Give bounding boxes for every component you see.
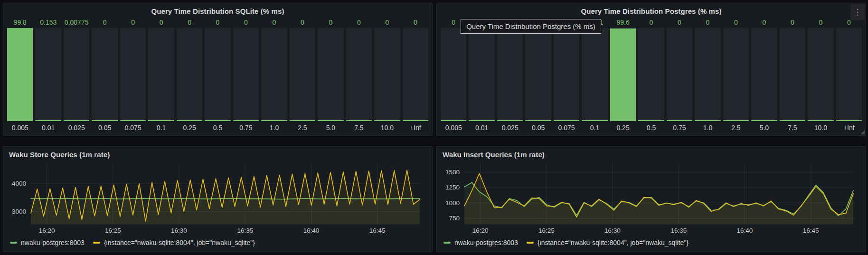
histogram-bar[interactable] [318, 28, 343, 121]
x-tick-label: 16:45 [803, 227, 819, 234]
legend-series-label: nwaku-postgres:8003 [454, 239, 518, 246]
histogram-bar-fill [780, 120, 805, 121]
x-tick-label: 16:35 [670, 227, 687, 234]
bar-value-label: 0 [638, 18, 664, 27]
histogram-bar[interactable] [695, 28, 720, 121]
bar-x-label: 0.05 [525, 121, 551, 132]
panel-query-time-sqlite: Query Time Distribution SQLite (% ms) 99… [3, 3, 433, 136]
histogram-bar[interactable] [554, 28, 579, 121]
legend-item[interactable]: nwaku-postgres:8003 [443, 239, 518, 246]
histogram-bar[interactable] [836, 28, 862, 121]
legend-item[interactable]: {instance="nwaku-sqlite:8004", job="nwak… [527, 239, 689, 246]
bar-x-label: 10.0 [374, 121, 400, 132]
bar-x-label: +Inf [836, 121, 862, 132]
bar-value-label: 0 [120, 18, 146, 27]
legend-series-swatch-icon [93, 242, 100, 244]
panel-resize-handle-icon[interactable] [860, 130, 865, 134]
histogram-column: 00.75 [233, 18, 259, 132]
histogram-bar-fill [148, 120, 174, 121]
histogram-column: 01.0 [695, 18, 720, 132]
histogram-bar[interactable] [780, 28, 805, 121]
panel-title-postgres[interactable]: Query Time Distribution Postgres (% ms) [581, 7, 721, 15]
histogram-bar[interactable] [64, 28, 89, 121]
panel-title-insert[interactable]: Waku Insert Queries (1m rate) [443, 151, 545, 159]
bar-x-label: 0.1 [148, 121, 174, 132]
histogram-bar-fill [836, 120, 862, 121]
histogram-column: 00.075 [554, 18, 579, 132]
histogram-bar-fill [808, 120, 833, 121]
bar-value-label: 0 [318, 18, 343, 27]
bar-x-label: 1.0 [261, 121, 287, 132]
bar-x-label: 7.5 [780, 121, 805, 132]
panel-waku-store-queries: Waku Store Queries (1m rate) 3000400016:… [3, 146, 433, 252]
histogram-bar[interactable] [441, 28, 466, 121]
legend-item[interactable]: nwaku-postgres:8003 [10, 239, 85, 246]
histogram-bar-fill [346, 120, 372, 121]
panel-menu-button[interactable]: ⋮ [850, 4, 865, 20]
histogram-bar[interactable] [35, 28, 61, 121]
panel-title-store[interactable]: Waku Store Queries (1m rate) [9, 151, 110, 159]
histogram-bar[interactable] [497, 28, 523, 121]
histogram-column: 00.5 [638, 18, 664, 132]
histogram-bar[interactable] [205, 28, 230, 121]
histogram-bar[interactable] [469, 28, 494, 121]
legend-item[interactable]: {instance="nwaku-sqlite:8004", job="nwak… [93, 239, 255, 246]
histogram-bar-fill [120, 120, 146, 121]
legend-series-swatch-icon [10, 242, 17, 244]
histogram-bar[interactable] [667, 28, 692, 121]
histogram-bar[interactable] [610, 28, 636, 121]
insert-queries-timeseries-chart[interactable]: 75010001250150016:2016:2516:3016:3516:40… [441, 160, 859, 236]
histogram-bar[interactable] [177, 28, 202, 121]
bar-value-label: 0.401 [582, 18, 607, 27]
histogram-bar[interactable] [638, 28, 664, 121]
bar-value-label: 0 [177, 18, 202, 27]
histogram-bar-fill [667, 120, 692, 121]
histogram-column: 010.0 [808, 18, 833, 132]
store-queries-timeseries-chart[interactable]: 3000400016:2016:2516:3016:3516:4016:45 [7, 160, 425, 236]
histogram-bar-fill [177, 120, 202, 121]
histogram-column: 99.60.25 [610, 18, 636, 132]
histogram-column: 0+Inf [836, 18, 862, 132]
bar-value-label: 0 [497, 18, 523, 27]
bar-x-label: 0.1 [582, 121, 607, 132]
histogram-bar[interactable] [261, 28, 287, 121]
x-tick-label: 16:40 [303, 227, 320, 234]
bar-x-label: 1.0 [695, 121, 720, 132]
histogram-bar[interactable] [92, 28, 117, 121]
histogram-bar[interactable] [120, 28, 146, 121]
panel-header: Waku Insert Queries (1m rate) [437, 147, 866, 160]
histogram-bar[interactable] [148, 28, 174, 121]
histogram-bar-fill [403, 120, 428, 121]
histogram-bar[interactable] [7, 28, 33, 121]
histogram-bar[interactable] [403, 28, 428, 121]
histogram-bar-fill [374, 120, 400, 121]
histogram-bar[interactable] [233, 28, 259, 121]
histogram-bar[interactable] [751, 28, 777, 121]
bar-x-label: 0.025 [64, 121, 89, 132]
histogram-bar[interactable] [290, 28, 315, 121]
histogram-bar[interactable] [582, 28, 607, 121]
histogram-column: 07.5 [346, 18, 372, 132]
bar-x-label: 5.0 [751, 121, 777, 132]
bar-value-label: 0 [469, 18, 494, 27]
legend-series-label: {instance="nwaku-sqlite:8004", job="nwak… [538, 239, 689, 246]
histogram-bar[interactable] [808, 28, 833, 121]
bar-value-label: 0 [667, 18, 692, 27]
bar-x-label: 5.0 [318, 121, 343, 132]
bar-value-label: 0 [92, 18, 117, 27]
chart-legend: nwaku-postgres:8003{instance="nwaku-sqli… [437, 236, 866, 252]
bar-value-label: 0 [695, 18, 720, 27]
x-tick-label: 16:30 [604, 227, 621, 234]
histogram-bar[interactable] [525, 28, 551, 121]
histogram-bar-fill [751, 120, 777, 121]
histogram-bar[interactable] [374, 28, 400, 121]
bar-x-label: 0.5 [638, 121, 664, 132]
bar-value-label: 0 [751, 18, 777, 27]
histogram-bar-fill [525, 120, 551, 121]
x-tick-label: 16:45 [369, 227, 386, 234]
histogram-column: 0.1530.01 [35, 18, 61, 132]
bar-x-label: 0.5 [205, 121, 230, 132]
histogram-bar[interactable] [346, 28, 372, 121]
panel-title-sqlite[interactable]: Query Time Distribution SQLite (% ms) [151, 7, 284, 15]
histogram-bar[interactable] [723, 28, 749, 121]
